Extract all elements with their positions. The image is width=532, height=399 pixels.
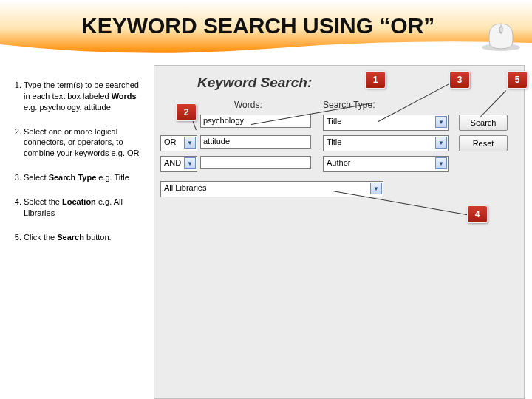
list-item: Select one or more logical connectors, o…: [24, 126, 142, 160]
chevron-down-icon: ▼: [435, 116, 447, 128]
search-button[interactable]: Search: [459, 115, 508, 131]
callout-2: 2: [176, 103, 197, 121]
mouse-icon: [479, 21, 523, 52]
svg-rect-2: [499, 27, 502, 33]
list-item: Select the Location e.g. All Libraries: [24, 197, 142, 219]
chevron-down-icon: ▼: [184, 157, 196, 169]
search-type-label: Search Type:: [323, 100, 375, 110]
type-select-3[interactable]: Author▼: [323, 156, 449, 172]
words-label: Words:: [234, 100, 262, 110]
callout-1: 1: [365, 71, 386, 89]
callout-3: 3: [449, 71, 470, 89]
form-heading: Keyword Search:: [197, 75, 312, 91]
list-item: Click the Search button.: [24, 232, 142, 243]
operator-select-1[interactable]: OR▼: [160, 135, 197, 151]
words-input-3[interactable]: [200, 156, 311, 169]
slide-header: KEYWORD SEARCH USING “OR”: [0, 0, 532, 58]
list-item: Type the term(s) to be searched in each …: [24, 80, 142, 113]
chevron-down-icon: ▼: [184, 137, 196, 149]
slide-title: KEYWORD SEARCH USING “OR”: [81, 13, 434, 38]
chevron-down-icon: ▼: [435, 137, 447, 149]
slide-body: Type the term(s) to be searched in each …: [0, 58, 532, 399]
callout-5: 5: [507, 71, 528, 89]
operator-select-2[interactable]: AND▼: [160, 156, 197, 172]
words-input-2[interactable]: attitude: [200, 135, 311, 149]
search-form-screenshot: Keyword Search: Words: Search Type: psyc…: [154, 65, 525, 399]
type-select-2[interactable]: Title▼: [323, 135, 449, 151]
location-select[interactable]: All Libraries▼: [160, 181, 383, 197]
list-item: Select Search Type e.g. Title: [24, 172, 142, 183]
chevron-down-icon: ▼: [435, 157, 447, 169]
callout-4: 4: [467, 205, 488, 223]
reset-button[interactable]: Reset: [459, 135, 508, 151]
chevron-down-icon: ▼: [370, 183, 382, 194]
instruction-list: Type the term(s) to be searched in each …: [9, 80, 142, 256]
